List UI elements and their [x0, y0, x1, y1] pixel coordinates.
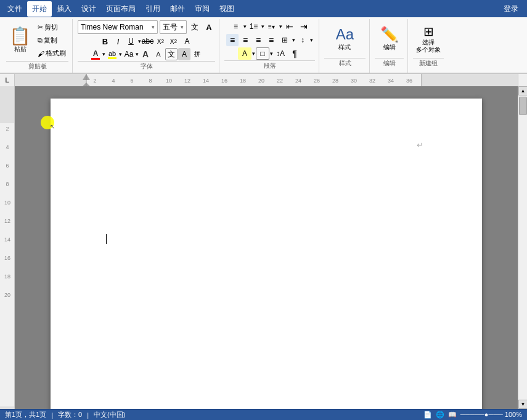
- menu-item-view[interactable]: 视图: [214, 1, 239, 17]
- menu-item-references[interactable]: 引用: [141, 1, 165, 17]
- view-print-button[interactable]: 📄: [423, 411, 432, 419]
- multilevel-list-button[interactable]: ≡▾: [265, 20, 279, 33]
- zoom-slider[interactable]: ─────●─── 100%: [460, 411, 522, 419]
- scroll-thumb[interactable]: [519, 97, 527, 115]
- vertical-ruler: 2 4 6 8 10 12 14 16 18 20: [0, 86, 15, 409]
- page-count: 第1页，共1页: [5, 410, 46, 419]
- svg-text:10: 10: [4, 200, 10, 206]
- paragraph-group: ≡ ▾ 1≡ ▾ ≡▾ ▾ ⇤ ⇥ ≡ ≡ ≡ ≡ ⊞ ▾ ↕ ▾ A ▾ □ …: [221, 19, 319, 73]
- show-marks-button[interactable]: ¶: [288, 47, 301, 60]
- horizontal-ruler: 2 4 6 8 10 12 14 16 18 20 22 24 26 28 30…: [15, 74, 518, 86]
- paste-button[interactable]: 📋 粘贴: [6, 23, 34, 59]
- menu-item-file[interactable]: 文件: [2, 1, 27, 17]
- numbered-list-button[interactable]: 1≡: [247, 20, 261, 33]
- font-size-increase[interactable]: A: [139, 48, 152, 60]
- border-button[interactable]: □: [256, 47, 269, 60]
- font-size-selector[interactable]: 五号 ▾: [160, 20, 187, 34]
- columns-arrow[interactable]: ▾: [292, 37, 295, 43]
- edit-button[interactable]: ✏️ 编辑: [377, 20, 402, 57]
- font-size-arrow: ▾: [181, 24, 184, 30]
- select-multiple-button[interactable]: ⊞ 选择多个对象: [413, 20, 444, 57]
- align-center-button[interactable]: ≡: [239, 34, 251, 46]
- svg-text:22: 22: [277, 78, 283, 84]
- font-wen-button[interactable]: 文: [189, 21, 201, 33]
- char-shade-button[interactable]: A: [178, 48, 190, 60]
- menu-item-review[interactable]: 审阅: [190, 1, 214, 17]
- copy-button[interactable]: ⧉ 复制: [35, 34, 68, 46]
- font-size-value: 五号: [163, 22, 181, 33]
- increase-indent-button[interactable]: ⇥: [297, 20, 311, 33]
- menu-item-design[interactable]: 设计: [76, 1, 101, 17]
- svg-text:26: 26: [314, 78, 320, 84]
- line-spacing-button[interactable]: ↕: [296, 34, 309, 46]
- multilevel-list-arrow[interactable]: ▾: [279, 23, 282, 30]
- font-name-arrow: ▾: [152, 24, 155, 30]
- clear-format-button[interactable]: A: [181, 35, 194, 47]
- italic-button[interactable]: I: [112, 35, 125, 47]
- font-size-decrease[interactable]: A: [152, 48, 165, 60]
- strikethrough-button[interactable]: abc: [142, 35, 154, 47]
- underline-button[interactable]: U: [125, 35, 137, 47]
- text-color-button[interactable]: A: [89, 48, 102, 60]
- font-color-arrow2[interactable]: ▾: [136, 51, 139, 57]
- bold-button[interactable]: B: [99, 35, 112, 47]
- char-border-button[interactable]: 文: [165, 48, 178, 60]
- view-web-button[interactable]: 🌐: [436, 411, 444, 419]
- align-left-button[interactable]: ≡: [226, 34, 239, 46]
- styles-icon: Aa: [336, 26, 354, 43]
- login-button[interactable]: 登录: [497, 1, 525, 17]
- document-page[interactable]: ↵: [51, 99, 482, 409]
- menu-item-insert[interactable]: 插入: [52, 1, 76, 17]
- highlight-button[interactable]: ab: [106, 48, 118, 60]
- menu-item-home[interactable]: 开始: [27, 1, 52, 17]
- align-right-button[interactable]: ≡: [252, 34, 264, 46]
- numbered-list-arrow[interactable]: ▾: [261, 23, 264, 30]
- shading-button[interactable]: A: [238, 47, 251, 60]
- styles-button[interactable]: Aa 样式: [333, 20, 357, 57]
- border-arrow[interactable]: ▾: [270, 50, 273, 57]
- font-color-button2[interactable]: Aa: [123, 48, 135, 60]
- highlight-arrow[interactable]: ▾: [119, 51, 122, 57]
- paste-icon: 📋: [9, 28, 31, 45]
- font-A-button[interactable]: A: [203, 21, 215, 33]
- svg-rect-25: [0, 406, 15, 409]
- subscript-button[interactable]: X2: [155, 35, 167, 47]
- superscript-button[interactable]: X2: [168, 35, 180, 47]
- svg-text:20: 20: [4, 292, 10, 298]
- scroll-up-button[interactable]: ▲: [518, 86, 527, 95]
- ribbon: 📋 粘贴 ✂ 剪切 ⧉ 复制 🖌 格式刷 剪贴板: [0, 17, 527, 74]
- format-painter-button[interactable]: 🖌 格式刷: [35, 47, 68, 59]
- vertical-scrollbar[interactable]: ▲ ▼: [518, 86, 527, 409]
- svg-rect-1: [422, 74, 518, 86]
- svg-rect-24: [0, 86, 15, 123]
- copy-label: 复制: [44, 36, 57, 45]
- edit-label: 编辑: [383, 43, 396, 52]
- svg-text:24: 24: [295, 78, 301, 84]
- font-name-selector[interactable]: Times New Roman ▾: [78, 20, 158, 34]
- edit-icon: ✏️: [380, 26, 399, 43]
- copy-icon: ⧉: [38, 36, 43, 44]
- underline-arrow[interactable]: ▾: [138, 38, 141, 44]
- scroll-down-button[interactable]: ▼: [518, 400, 527, 409]
- decrease-indent-button[interactable]: ⇤: [283, 20, 296, 33]
- line-spacing-arrow[interactable]: ▾: [310, 37, 313, 43]
- view-read-button[interactable]: 📖: [448, 411, 457, 419]
- text-color-arrow[interactable]: ▾: [102, 51, 105, 57]
- justify-button[interactable]: ≡: [265, 34, 277, 46]
- select-multiple-icon: ⊞: [423, 24, 434, 39]
- phonetics-button[interactable]: 拼: [191, 48, 203, 60]
- format-painter-label: 格式刷: [46, 49, 66, 58]
- bullet-list-arrow[interactable]: ▾: [243, 23, 247, 30]
- sort-button[interactable]: ↕A: [274, 47, 287, 60]
- status-bar: 第1页，共1页 | 字数：0 | 中文(中国) 📄 🌐 📖 ─────●─── …: [0, 409, 527, 420]
- paragraph-mark-header: ↵: [417, 140, 423, 150]
- styles-label: 样式: [338, 43, 351, 52]
- cut-button[interactable]: ✂ 剪切: [35, 22, 68, 33]
- document-area[interactable]: ↖ ↵: [15, 86, 518, 409]
- bullet-list-button[interactable]: ≡: [229, 20, 243, 33]
- menu-item-layout[interactable]: 页面布局: [101, 1, 141, 17]
- menu-item-mail[interactable]: 邮件: [165, 1, 190, 17]
- shading-arrow[interactable]: ▾: [252, 50, 255, 57]
- columns-button[interactable]: ⊞: [278, 34, 292, 46]
- ruler-corner[interactable]: L: [0, 74, 15, 86]
